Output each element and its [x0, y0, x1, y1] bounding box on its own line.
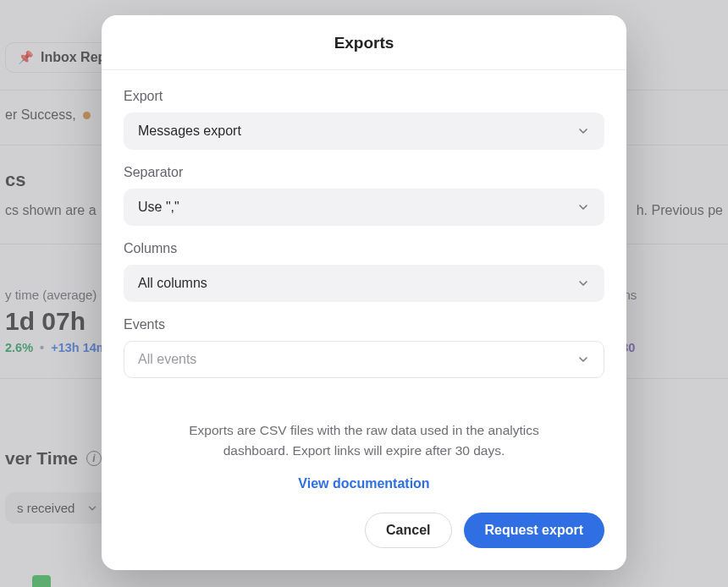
export-label: Export — [124, 89, 604, 104]
legend-swatch — [32, 575, 51, 587]
chevron-down-icon — [576, 353, 590, 366]
separator-select[interactable]: Use "," — [124, 189, 604, 226]
metric-delta-abs: +13h 14m — [51, 341, 108, 354]
chevron-down-icon — [576, 277, 590, 290]
view-documentation-link[interactable]: View documentation — [124, 476, 604, 491]
select-value: s received — [17, 501, 74, 515]
info-icon[interactable]: i — [86, 451, 102, 466]
export-select[interactable]: Messages export — [124, 112, 604, 150]
metric-delta-pct: 2.6% — [5, 341, 33, 354]
cancel-button[interactable]: Cancel — [365, 513, 451, 548]
modal-header: Exports — [102, 15, 626, 70]
modal-body: Export Messages export Separator Use ","… — [102, 70, 626, 496]
events-label: Events — [124, 317, 604, 332]
pin-icon: 📌 — [18, 50, 34, 65]
request-export-button[interactable]: Request export — [464, 513, 604, 548]
export-select-value: Messages export — [138, 123, 241, 139]
columns-label: Columns — [124, 241, 604, 256]
separator-select-value: Use "," — [138, 200, 179, 215]
chevron-down-icon — [576, 124, 590, 138]
separator-label: Separator — [124, 165, 604, 180]
status-dot-icon — [83, 112, 91, 119]
events-select[interactable]: All events — [124, 341, 604, 378]
columns-select-value: All columns — [138, 276, 207, 291]
exports-modal: Exports Export Messages export Separator… — [102, 15, 626, 570]
columns-select[interactable]: All columns — [124, 265, 604, 302]
modal-title: Exports — [102, 34, 626, 52]
over-time-metric-select[interactable]: s received — [5, 492, 108, 524]
modal-footer: Cancel Request export — [102, 496, 626, 570]
pinned-tab-label: Inbox Rep — [41, 50, 106, 65]
export-hint: Exports are CSV files with the raw data … — [124, 420, 604, 461]
filter-text-fragment: er Success, — [5, 107, 76, 122]
events-select-placeholder: All events — [138, 352, 196, 367]
chevron-down-icon — [576, 200, 590, 214]
chevron-down-icon — [86, 502, 98, 514]
